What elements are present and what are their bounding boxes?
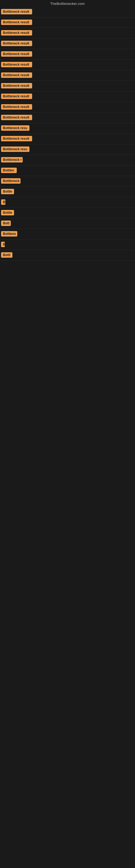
bottleneck-result-badge[interactable]: Bottleneck result xyxy=(1,62,32,67)
list-item: Bottlens xyxy=(0,229,135,240)
bottleneck-result-badge[interactable]: B xyxy=(1,199,5,205)
list-item: Bottl xyxy=(0,250,135,261)
list-item: Bottleneck xyxy=(0,176,135,187)
list-item: Bottleneck result xyxy=(0,113,135,123)
bottleneck-result-badge[interactable]: Bottleneck resu xyxy=(1,125,30,131)
list-item: B xyxy=(0,197,135,208)
bottleneck-result-badge[interactable]: Bottleneck result xyxy=(1,115,32,120)
bottleneck-result-badge[interactable]: Bott xyxy=(1,220,11,226)
list-item: Bottleneck result xyxy=(0,7,135,18)
list-item: Bottleneck resu xyxy=(0,123,135,134)
bottleneck-result-badge[interactable]: Bottleneck result xyxy=(1,72,32,78)
bottleneck-result-badge[interactable]: Bottleneck xyxy=(1,178,20,184)
bottleneck-result-badge[interactable]: Bottleneck result xyxy=(1,136,32,141)
list-item: Bottleneck result xyxy=(0,18,135,28)
list-item: Bottleneck resu xyxy=(0,144,135,155)
bottleneck-result-badge[interactable]: Bottleneck result xyxy=(1,104,32,110)
bottleneck-result-badge[interactable]: Bottlens xyxy=(1,231,17,237)
bottleneck-result-badge[interactable]: B xyxy=(1,242,5,247)
bottleneck-result-badge[interactable]: Bottl xyxy=(1,252,12,258)
list-item: Bottlen xyxy=(0,165,135,176)
list-item: Bottleneck r xyxy=(0,155,135,165)
bottleneck-result-badge[interactable]: Bottle xyxy=(1,189,14,194)
bottleneck-result-badge[interactable]: Bottle xyxy=(1,210,14,215)
bottleneck-result-badge[interactable]: Bottleneck result xyxy=(1,94,32,99)
bottleneck-result-badge[interactable]: Bottleneck resu xyxy=(1,147,30,152)
bottleneck-result-badge[interactable]: Bottleneck result xyxy=(1,51,32,57)
site-title: TheBottlenecker.com xyxy=(0,0,135,7)
bottleneck-result-badge[interactable]: Bottleneck r xyxy=(1,157,23,162)
bottleneck-result-badge[interactable]: Bottlen xyxy=(1,167,17,173)
list-item: Bott xyxy=(0,218,135,229)
list-item: Bottleneck result xyxy=(0,102,135,113)
list-item: Bottleneck result xyxy=(0,81,135,91)
list-item: Bottleneck result xyxy=(0,28,135,38)
list-item: B xyxy=(0,240,135,250)
list-item: Bottle xyxy=(0,187,135,197)
list-item: Bottleneck result xyxy=(0,60,135,70)
bottleneck-result-badge[interactable]: Bottleneck result xyxy=(1,20,32,25)
list-item: Bottleneck result xyxy=(0,134,135,144)
bottleneck-result-badge[interactable]: Bottleneck result xyxy=(1,9,32,14)
list-item: Bottleneck result xyxy=(0,49,135,60)
list-item: Bottleneck result xyxy=(0,91,135,102)
list-item: Bottleneck result xyxy=(0,70,135,81)
bottleneck-result-badge[interactable]: Bottleneck result xyxy=(1,30,32,35)
list-item: Bottle xyxy=(0,208,135,218)
bottleneck-result-badge[interactable]: Bottleneck result xyxy=(1,41,32,46)
list-item: Bottleneck result xyxy=(0,38,135,49)
bottleneck-result-badge[interactable]: Bottleneck result xyxy=(1,83,32,88)
